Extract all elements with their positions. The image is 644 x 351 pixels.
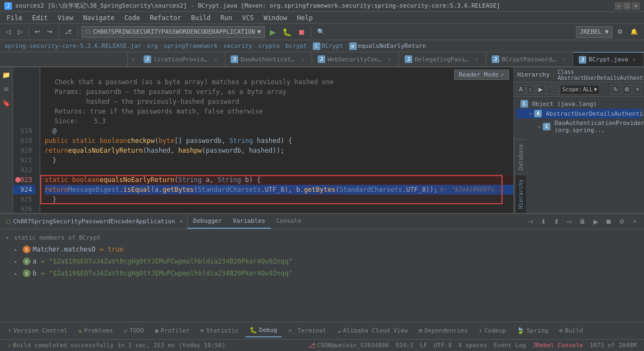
tab-close-icon[interactable]: × [386, 55, 393, 63]
search-everywhere[interactable]: 🔍 [314, 26, 327, 38]
hierarchy-btn-b[interactable]: ↕ [527, 85, 535, 95]
hierarchy-btn-c[interactable]: ▶ [536, 85, 546, 95]
breadcrumb-item[interactable]: springframework [164, 42, 218, 49]
editor-tab-1[interactable]: JDaoAuthenticationProvider.java× [225, 52, 312, 66]
bottom-tab-terminal[interactable]: >_Terminal [284, 324, 331, 337]
encoding[interactable]: UTF-8 [430, 342, 455, 349]
debug-variable-row[interactable]: ▸sa= "$2a$10$EOTuJ4ZaVt0cgHgOtYJEMuPCwpm… [3, 255, 641, 267]
stop-button[interactable]: ⏹ [295, 26, 307, 38]
notifications-button[interactable]: 🔔 [628, 26, 641, 38]
debug-evaluate[interactable]: 🖩 [577, 216, 589, 228]
line-ending[interactable]: LF [417, 342, 430, 349]
debug-step-over[interactable]: ⇢ [524, 216, 536, 228]
breadcrumb-item[interactable]: spring-security-core-5.3.6.RELEASE.jar [4, 42, 141, 49]
bottom-tab-version-control[interactable]: ↑Version Control [3, 324, 72, 337]
debug-run-to-cursor[interactable]: ⇨ [564, 216, 575, 228]
bottom-tab-debug[interactable]: 🐛Debug [245, 324, 282, 337]
hierarchy-btn-a[interactable]: A [516, 85, 525, 95]
hierarchy-btn-d[interactable]: ⬛ [547, 85, 559, 95]
breadcrumb-item[interactable]: security [224, 42, 252, 49]
menu-item-vcs[interactable]: VCS [238, 13, 258, 23]
hierarchy-refresh[interactable]: ↻ [611, 85, 621, 95]
bookmarks-icon[interactable]: 🔖 [1, 98, 12, 109]
bottom-tab-dependencies[interactable]: ⊞Dependencies [414, 324, 472, 337]
menu-item-edit[interactable]: Edit [28, 13, 52, 23]
debug-stop[interactable]: ⏹ [603, 216, 615, 228]
tab-close-icon[interactable]: × [560, 55, 567, 63]
bottom-tab-codeup[interactable]: ↑Codeup [474, 324, 510, 337]
menu-item-help[interactable]: Help [293, 13, 317, 23]
menu-item-window[interactable]: Window [259, 13, 292, 23]
debug-tab-debugger[interactable]: Debugger [188, 214, 227, 229]
title-bar-controls[interactable]: − □ × [615, 2, 640, 10]
bottom-tab-spring[interactable]: 🍃Spring [512, 324, 553, 337]
structure-icon[interactable]: ⊞ [1, 84, 12, 95]
code-content[interactable]: Reader Mode ✓ Check that a password (as … [40, 67, 513, 213]
menu-item-code[interactable]: Code [120, 13, 145, 23]
debug-tab-variables[interactable]: Variables [227, 214, 271, 229]
maximize-button[interactable]: □ [623, 2, 631, 10]
debug-step-into[interactable]: ⬇ [537, 216, 549, 228]
breadcrumb-item[interactable]: org [147, 42, 158, 49]
close-button[interactable]: × [632, 2, 640, 10]
jrebel-config[interactable]: JREBEL ▼ [576, 26, 612, 38]
debug-close[interactable]: × [629, 216, 641, 228]
scope-selector[interactable]: Scope: ALL ▼ [560, 85, 600, 95]
tab-close-icon[interactable]: × [630, 56, 638, 64]
git-button[interactable]: ⎇ [62, 26, 75, 38]
breadcrumb-item[interactable]: bcrypt [286, 42, 307, 49]
debug-settings[interactable]: ⚙ [616, 216, 628, 228]
editor-tab-3[interactable]: JDelegatingPasswordEncoder.java× [399, 52, 486, 66]
tree-item-1[interactable]: ▸AAbstractUserDetailsAuthenticationProv [516, 109, 642, 118]
jrebel-console[interactable]: JRebel Console [529, 342, 586, 349]
tab-close-icon[interactable]: × [473, 55, 480, 63]
debug-variable-row[interactable]: ▾static members of BCrypt [3, 231, 641, 243]
editor-tab-0[interactable]: JlicationProvider.java× [138, 52, 225, 66]
bottom-tab-profiler[interactable]: ◉Profiler [151, 324, 194, 337]
tree-item-2[interactable]: ▸CDaoAuthenticationProvider (org.spring.… [516, 118, 642, 135]
breadcrumb-item[interactable]: CBCrypt [313, 42, 343, 50]
tab-close-icon[interactable]: × [299, 55, 306, 63]
run-config-selector[interactable]: ⬡ CH007SPRINGSECURITYPASSWORDENCODERAPPL… [82, 26, 265, 38]
menu-item-refactor[interactable]: Refactor [145, 13, 185, 23]
vertical-tab-database[interactable]: Database [516, 139, 526, 174]
undo-button[interactable]: ↩ [32, 26, 42, 38]
reader-mode-button[interactable]: Reader Mode ✓ [454, 70, 509, 80]
tree-item-0[interactable]: CObject (java.lang) [516, 99, 642, 109]
debug-run-close[interactable]: × [179, 218, 183, 224]
bottom-tab-build[interactable]: ⚙Build [555, 324, 587, 337]
editor-tab-2[interactable]: JWebSecurityConfigurerAdapter.java× [312, 52, 399, 66]
menu-item-run[interactable]: Run [216, 13, 237, 23]
minimize-button[interactable]: − [615, 2, 622, 10]
debug-step-out[interactable]: ⬆ [550, 216, 562, 228]
back-button[interactable]: ◁ [3, 26, 13, 38]
menu-item-view[interactable]: View [53, 13, 78, 23]
debug-resume[interactable]: ▶ [590, 216, 602, 228]
hierarchy-close[interactable]: × [633, 85, 642, 95]
debug-variable-row[interactable]: ▸bMatcher.matchesO= true [3, 243, 641, 255]
settings-button[interactable]: ⚙ [615, 26, 626, 38]
tab-scroll-left[interactable]: ‹ [127, 52, 138, 66]
run-button[interactable]: ▶ [267, 26, 279, 38]
bottom-tab-problems[interactable]: ⚠Problems [74, 324, 117, 337]
menu-item-navigate[interactable]: Navigate [79, 13, 119, 23]
indent[interactable]: 4 spaces [455, 342, 491, 349]
memory-indicator[interactable]: 1073 of 2048M [586, 342, 640, 349]
event-log[interactable]: Event Log [491, 342, 530, 349]
debug-tab-console[interactable]: Console [271, 214, 307, 229]
project-icon[interactable]: 📁 [1, 70, 12, 80]
position-indicator[interactable]: 924:1 [392, 342, 417, 349]
bottom-tab-alibaba-cloud-view[interactable]: ☁Alibaba Cloud View [333, 324, 412, 337]
bottom-tab-todo[interactable]: ☑TODO [120, 324, 148, 337]
hierarchy-settings[interactable]: ⚙ [622, 85, 632, 95]
menu-item-file[interactable]: File [2, 13, 27, 23]
debug-button[interactable]: 🐛 [281, 26, 293, 38]
bottom-tab-statistic[interactable]: ≡Statistic [196, 324, 243, 337]
vertical-tab-hierarchy[interactable]: Hierarchy [516, 174, 526, 213]
breadcrumb-item[interactable]: crypto [258, 42, 280, 49]
debug-variable-row[interactable]: ▸sb= "$2a$10$EOTuJ4ZaVt0cgHgOtYJEMuPCwpm… [3, 267, 641, 279]
redo-button[interactable]: ↪ [45, 26, 55, 38]
breadcrumb-item[interactable]: mequalsNoEarlyReturn [349, 42, 426, 50]
tab-close-icon[interactable]: × [212, 55, 219, 63]
editor-tab-5[interactable]: JBCrypt.java× [573, 52, 644, 66]
